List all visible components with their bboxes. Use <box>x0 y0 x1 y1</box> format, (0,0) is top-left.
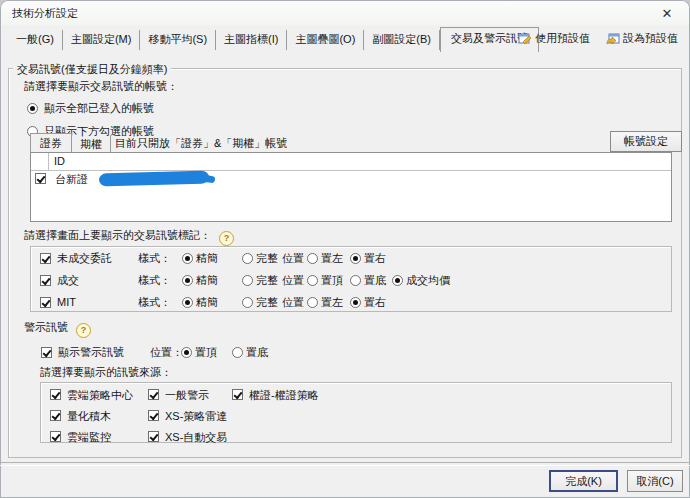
radio-pos-left[interactable] <box>307 297 318 308</box>
style-label: 樣式： <box>138 252 171 265</box>
source-row-1: 雲端策略中心 一般警示 權證-權證策略 <box>40 389 672 405</box>
style-label: 樣式： <box>138 274 171 287</box>
warrant-strategy-checkbox[interactable] <box>232 389 243 400</box>
radio-pos-right[interactable] <box>350 297 361 308</box>
cancel-button[interactable]: 取消(C) <box>627 470 683 492</box>
cloud-strategy-center-checkbox[interactable] <box>50 389 61 400</box>
close-icon[interactable]: ✕ <box>651 3 683 23</box>
main-tab-bar: 一般(G) 主圖設定(M) 移動平均(S) 主圖指標(I) 主圖疊圖(O) 副圖… <box>8 27 539 52</box>
account-type-note: 目前只開放「證券」&「期權」帳號 <box>115 137 287 150</box>
radio-style-compact[interactable] <box>182 275 193 286</box>
account-prompt: 請選擇要顯示交易訊號的帳號： <box>24 80 178 93</box>
show-alert-checkbox[interactable] <box>41 347 52 358</box>
tab-securities[interactable]: 證券 <box>30 133 72 153</box>
tab-sub-chart-settings[interactable]: 副圖設定(B) <box>364 30 440 50</box>
title-bar: 技術分析設定 ✕ <box>1 1 689 25</box>
preset-buttons: 使用預設值 設為預設值 <box>518 31 678 46</box>
window-title: 技術分析設定 <box>1 6 78 21</box>
radio-style-compact[interactable] <box>182 253 193 264</box>
account-table-row[interactable]: 台新證 <box>31 170 671 189</box>
source-prompt: 請選擇要顯示的訊號來源： <box>40 366 172 379</box>
source-row-3: 雲端監控 XS-自動交易 <box>40 431 672 447</box>
filled-checkbox[interactable] <box>40 275 51 286</box>
tab-moving-average[interactable]: 移動平均(S) <box>140 30 216 50</box>
redacted-account-scribble <box>99 170 209 186</box>
marker-row-filled: 成交 樣式： 精簡 完整 位置： 置頂 置底 成交均價 <box>30 274 672 292</box>
use-default-icon <box>518 33 532 45</box>
marker-row-mit: MIT 樣式： 精簡 完整 位置： 置左 置右 <box>30 296 672 314</box>
mit-label[interactable]: MIT <box>57 296 76 309</box>
tab-futures-options[interactable]: 期權 <box>72 136 111 153</box>
radio-show-all-accounts[interactable] <box>27 103 38 114</box>
tab-overlay[interactable]: 主圖疊圖(O) <box>287 30 364 50</box>
radio-pos-avg-price[interactable] <box>392 275 403 286</box>
account-type-tabs: 證券 期權 <box>30 133 111 153</box>
ok-button[interactable]: 完成(K) <box>549 470 618 492</box>
quant-blocks-checkbox[interactable] <box>50 410 61 421</box>
radio-alert-top[interactable] <box>181 347 192 358</box>
radio-pos-right[interactable] <box>350 253 361 264</box>
tab-main-indicators[interactable]: 主圖指標(I) <box>216 30 287 50</box>
radio-style-compact[interactable] <box>182 297 193 308</box>
filled-label[interactable]: 成交 <box>57 274 79 287</box>
account-settings-button[interactable]: 帳號設定 <box>610 131 682 152</box>
xs-strategy-radar-checkbox[interactable] <box>148 410 159 421</box>
radio-pos-bottom[interactable] <box>350 275 361 286</box>
marker-row-unfilled-order: 未成交委託 樣式： 精簡 完整 位置： 置左 置右 <box>30 252 672 270</box>
cloud-monitor-checkbox[interactable] <box>50 431 61 442</box>
show-alert-label[interactable]: 顯示警示訊號 <box>58 346 124 359</box>
radio-pos-left[interactable] <box>307 253 318 264</box>
unfilled-order-label[interactable]: 未成交委託 <box>57 252 112 265</box>
account-table-header: ID <box>31 153 671 171</box>
help-icon[interactable]: ? <box>76 323 91 338</box>
set-default-icon <box>606 33 620 45</box>
account-broker-label: 台新證 <box>55 173 88 186</box>
tab-general[interactable]: 一般(G) <box>8 30 63 50</box>
set-default-button[interactable]: 設為預設值 <box>606 31 678 46</box>
radio-alert-bottom[interactable] <box>232 347 243 358</box>
account-id-column-header: ID <box>49 153 65 170</box>
technical-analysis-settings-dialog: 技術分析設定 ✕ 一般(G) 主圖設定(M) 移動平均(S) 主圖指標(I) 主… <box>0 0 690 498</box>
marker-prompt: 請選擇畫面上要顯示的交易訊號標記：? <box>24 229 234 246</box>
account-table: ID 台新證 <box>30 152 672 222</box>
alert-section-title: 警示訊號? <box>24 321 91 338</box>
use-default-button[interactable]: 使用預設值 <box>518 31 590 46</box>
unfilled-order-checkbox[interactable] <box>40 253 51 264</box>
help-icon[interactable]: ? <box>219 231 234 246</box>
general-alert-checkbox[interactable] <box>148 389 159 400</box>
account-check-column <box>31 153 49 170</box>
radio-style-full[interactable] <box>242 275 253 286</box>
trade-signal-group-title: 交易訊號(僅支援日及分鐘頻率) <box>13 62 171 77</box>
radio-style-full[interactable] <box>242 297 253 308</box>
xs-auto-trade-checkbox[interactable] <box>148 431 159 442</box>
radio-style-full[interactable] <box>242 253 253 264</box>
tab-main-chart-settings[interactable]: 主圖設定(M) <box>63 30 141 50</box>
style-label: 樣式： <box>138 296 171 309</box>
footer-separator <box>0 462 690 466</box>
radio-show-all-accounts-label[interactable]: 顯示全部已登入的帳號 <box>44 102 154 115</box>
alert-position-label: 位置： <box>150 346 183 359</box>
account-row-checkbox[interactable] <box>35 173 46 184</box>
radio-pos-top[interactable] <box>307 275 318 286</box>
source-row-2: 量化積木 XS-策略雷達 <box>40 410 672 426</box>
mit-checkbox[interactable] <box>40 297 51 308</box>
